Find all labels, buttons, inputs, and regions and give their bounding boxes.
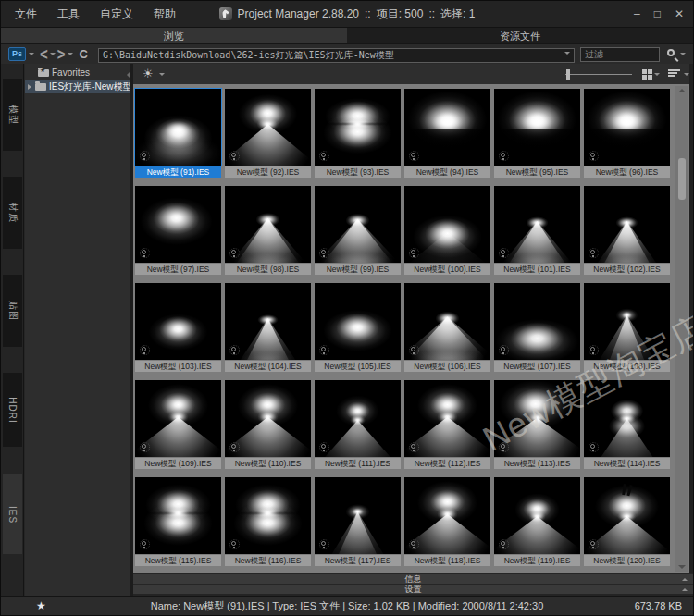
thumbnail-item[interactable]: New模型 (117).IES: [315, 477, 401, 566]
ies-light-preview[interactable]: [494, 477, 580, 554]
ies-light-preview[interactable]: [404, 477, 490, 554]
ies-light-preview[interactable]: [315, 186, 401, 263]
thumbnail-label[interactable]: New模型 (105).IES: [315, 361, 401, 372]
thumbnail-item[interactable]: New模型 (100).IES: [404, 186, 490, 275]
thumbnail-label[interactable]: New模型 (102).IES: [584, 264, 670, 275]
thumbnail-item[interactable]: New模型 (96).IES: [584, 89, 670, 178]
thumbnail-label[interactable]: New模型 (112).IES: [404, 458, 490, 469]
ies-light-preview[interactable]: [225, 89, 311, 166]
thumbnail-item[interactable]: New模型 (95).IES: [494, 89, 580, 178]
thumbnail-item[interactable]: New模型 (105).IES: [315, 283, 401, 372]
thumbnail-item[interactable]: New模型 (92).IES: [225, 89, 311, 178]
thumbnail-item[interactable]: New模型 (99).IES: [315, 186, 401, 275]
thumbnail-item[interactable]: New模型 (91).IES: [135, 89, 221, 178]
forward-dropdown-caret-icon[interactable]: [68, 53, 73, 55]
ies-light-preview[interactable]: [225, 283, 311, 360]
search-icon[interactable]: [665, 47, 680, 62]
ies-light-preview[interactable]: [494, 89, 580, 166]
ies-light-preview[interactable]: [404, 89, 490, 166]
menu-item-3[interactable]: 帮助: [143, 6, 186, 22]
thumbnail-item[interactable]: New模型 (93).IES: [315, 89, 401, 178]
render-light-icon[interactable]: ☀: [143, 68, 155, 80]
ies-light-preview[interactable]: [584, 89, 670, 166]
thumbnail-item[interactable]: New模型 (98).IES: [225, 186, 311, 275]
ies-light-preview[interactable]: [584, 186, 670, 263]
path-dropdown-caret-icon[interactable]: [564, 52, 570, 55]
ies-light-preview[interactable]: [315, 89, 401, 166]
settings-panel-bar[interactable]: 设置: [133, 584, 693, 594]
thumbnail-item[interactable]: New模型 (102).IES: [584, 186, 670, 275]
thumbnail-label[interactable]: New模型 (113).IES: [494, 458, 580, 469]
thumbnail-item[interactable]: New模型 (118).IES: [404, 477, 490, 566]
slider-handle[interactable]: [566, 69, 570, 80]
thumbnail-label[interactable]: New模型 (100).IES: [404, 264, 490, 275]
thumbnail-label[interactable]: New模型 (95).IES: [494, 166, 580, 178]
thumbnail-label[interactable]: New模型 (91).IES: [135, 166, 221, 178]
thumbnail-item[interactable]: New模型 (108).IES: [584, 283, 670, 372]
thumbnail-item[interactable]: New模型 (120).IES: [584, 477, 670, 566]
ies-light-preview[interactable]: [135, 186, 221, 263]
ies-light-preview[interactable]: [584, 283, 670, 360]
tree-item-0[interactable]: Favorites: [25, 66, 130, 80]
thumbnail-item[interactable]: New模型 (106).IES: [404, 283, 490, 372]
grid-view-icon[interactable]: [642, 69, 652, 80]
thumbnail-item[interactable]: New模型 (101).IES: [494, 186, 580, 275]
search-dropdown-caret-icon[interactable]: [680, 53, 686, 55]
thumbnail-item[interactable]: New模型 (104).IES: [225, 283, 311, 372]
info-panel-bar[interactable]: 信息: [133, 573, 693, 584]
thumbnail-label[interactable]: New模型 (119).IES: [494, 555, 580, 566]
ies-light-preview[interactable]: [315, 283, 401, 360]
ies-light-preview[interactable]: [135, 283, 221, 360]
tree-expand-arrow-icon[interactable]: [28, 84, 31, 90]
thumbnail-label[interactable]: New模型 (111).IES: [315, 458, 401, 469]
ies-light-preview[interactable]: [315, 380, 401, 457]
thumbnail-label[interactable]: New模型 (118).IES: [404, 555, 490, 566]
tree-item-1[interactable]: IES灯光库-New模型: [25, 80, 130, 93]
menu-item-1[interactable]: 工具: [47, 6, 90, 22]
ies-light-preview[interactable]: [315, 477, 401, 554]
thumbnail-label[interactable]: New模型 (98).IES: [225, 264, 311, 275]
ies-light-preview[interactable]: [225, 477, 311, 554]
thumbnail-label[interactable]: New模型 (101).IES: [494, 264, 580, 275]
ies-light-preview[interactable]: [494, 380, 580, 457]
thumbnail-item[interactable]: New模型 (109).IES: [135, 380, 221, 469]
thumbnail-label[interactable]: New模型 (94).IES: [404, 166, 490, 178]
thumbnail-label[interactable]: New模型 (103).IES: [135, 361, 221, 372]
category-tab-模型[interactable]: 模型: [3, 79, 22, 151]
ies-light-preview[interactable]: [584, 380, 670, 457]
category-tab-材质[interactable]: 材质: [3, 177, 22, 249]
thumbnail-label[interactable]: New模型 (109).IES: [135, 458, 221, 469]
thumbnail-item[interactable]: New模型 (97).IES: [135, 186, 221, 275]
path-input[interactable]: [98, 48, 575, 63]
thumbnail-size-slider[interactable]: [565, 74, 632, 75]
thumbnail-item[interactable]: New模型 (116).IES: [225, 477, 311, 566]
thumbnail-item[interactable]: New模型 (94).IES: [404, 89, 490, 178]
thumbnail-item[interactable]: New模型 (111).IES: [315, 380, 401, 469]
ies-light-preview[interactable]: [404, 380, 490, 457]
refresh-button[interactable]: C: [77, 47, 91, 61]
tab-1[interactable]: 资源文件: [347, 28, 693, 43]
thumbnail-label[interactable]: New模型 (116).IES: [225, 555, 311, 566]
forward-button[interactable]: >: [56, 46, 68, 63]
thumbnail-label[interactable]: New模型 (115).IES: [135, 555, 221, 566]
menu-item-0[interactable]: 文件: [5, 6, 47, 22]
thumbnail-item[interactable]: New模型 (119).IES: [494, 477, 580, 566]
filter-input[interactable]: [580, 47, 660, 62]
ies-light-preview[interactable]: [404, 283, 490, 360]
ies-light-preview[interactable]: [494, 283, 580, 360]
vertical-scrollbar[interactable]: [675, 86, 688, 572]
thumbnail-label[interactable]: New模型 (99).IES: [315, 264, 401, 275]
thumbnail-label[interactable]: New模型 (106).IES: [404, 361, 490, 372]
thumbnail-item[interactable]: New模型 (110).IES: [225, 380, 311, 469]
thumbnail-label[interactable]: New模型 (104).IES: [225, 361, 311, 372]
scroll-up-icon[interactable]: [675, 86, 688, 95]
ies-light-preview[interactable]: [135, 380, 221, 457]
grid-view-caret-icon[interactable]: [654, 73, 660, 76]
tab-0[interactable]: 浏览: [1, 28, 347, 43]
thumbnail-item[interactable]: New模型 (115).IES: [135, 477, 221, 566]
thumbnail-label[interactable]: New模型 (117).IES: [315, 555, 401, 566]
ps-dropdown-caret-icon[interactable]: [29, 53, 34, 55]
ies-light-preview[interactable]: [404, 186, 490, 263]
light-dropdown-caret-icon[interactable]: [159, 73, 165, 76]
thumbnail-item[interactable]: New模型 (114).IES: [584, 380, 670, 469]
